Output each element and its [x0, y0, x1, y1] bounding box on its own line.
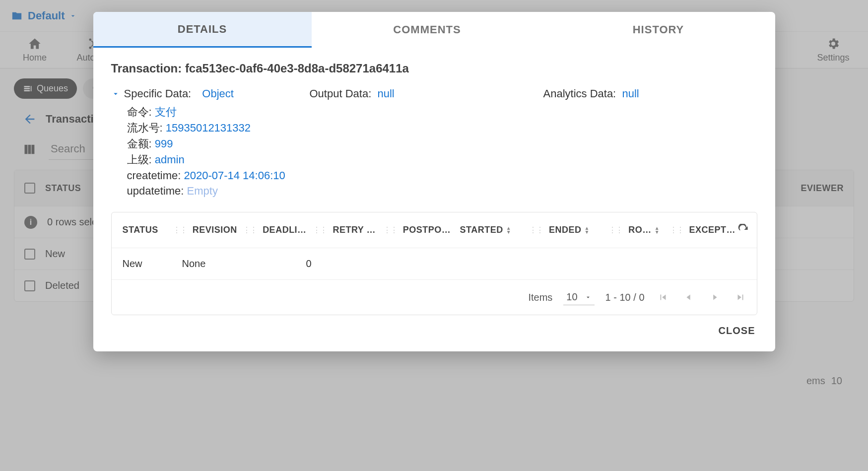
inner-table-row[interactable]: New None 0 — [112, 248, 757, 280]
col-exception[interactable]: EXCEPT… — [685, 225, 737, 235]
col-ended[interactable]: ENDED▲▼ — [545, 225, 606, 235]
inner-table-header: STATUS ⋮⋮ REVISION ⋮⋮ DEADLI… ⋮⋮ RETRY …… — [112, 212, 757, 248]
first-page-button[interactable] — [656, 290, 670, 305]
specific-kv-item: updatetime: Empty — [127, 183, 290, 199]
tab-details[interactable]: DETAILS — [93, 12, 312, 48]
cell-revision: None — [178, 258, 243, 269]
sort-icon: ▲▼ — [655, 226, 660, 234]
modal-overlay[interactable]: DETAILS COMMENTS HISTORY Transaction: fc… — [0, 0, 868, 471]
dialog-body: Transaction: fca513ec-0af6-40e3-8d8a-d58… — [93, 48, 775, 203]
data-columns: Specific Data: Object 命令: 支付流水号: 1593501… — [111, 87, 757, 199]
last-page-button[interactable] — [733, 290, 748, 305]
specific-kv-item: 命令: 支付 — [127, 104, 290, 120]
col-robot[interactable]: RO…▲▼ — [624, 225, 667, 235]
inner-table: STATUS ⋮⋮ REVISION ⋮⋮ DEADLI… ⋮⋮ RETRY …… — [111, 212, 757, 315]
drag-handle-icon[interactable]: ⋮⋮ — [527, 225, 545, 235]
specific-kv-item: 流水号: 15935012131332 — [127, 120, 290, 136]
col-postponed[interactable]: POSTPO… — [399, 225, 456, 235]
col-deadline[interactable]: DEADLI… — [259, 225, 311, 235]
output-data-col: Output Data: null — [310, 87, 524, 199]
col-started[interactable]: STARTED▲▼ — [456, 225, 527, 235]
drag-handle-icon[interactable]: ⋮⋮ — [668, 225, 685, 235]
sort-icon: ▲▼ — [584, 226, 589, 234]
chevron-down-icon — [111, 89, 120, 98]
tab-comments[interactable]: COMMENTS — [312, 12, 543, 48]
items-per-page-select[interactable]: 10 — [563, 289, 594, 305]
specific-kv-item: createtime: 2020-07-14 14:06:10 — [127, 168, 290, 184]
refresh-icon[interactable] — [737, 224, 750, 237]
drag-handle-icon[interactable]: ⋮⋮ — [311, 225, 329, 235]
cell-status: New — [119, 258, 178, 269]
specific-kv-item: 金额: 999 — [127, 136, 290, 152]
col-revision[interactable]: REVISION — [189, 225, 241, 235]
inner-table-footer: Items 10 1 - 10 / 0 — [112, 280, 757, 315]
transaction-title: Transaction: fca513ec-0af6-40e3-8d8a-d58… — [111, 62, 757, 75]
sort-icon: ▲▼ — [506, 226, 511, 234]
close-button[interactable]: CLOSE — [719, 325, 755, 336]
analytics-data-col: Analytics Data: null — [543, 87, 757, 199]
drag-handle-icon[interactable]: ⋮⋮ — [241, 225, 259, 235]
specific-data-col: Specific Data: Object 命令: 支付流水号: 1593501… — [111, 87, 290, 199]
dialog-actions: CLOSE — [93, 315, 775, 351]
tab-history[interactable]: HISTORY — [543, 12, 774, 48]
col-retry[interactable]: RETRY … — [329, 225, 381, 235]
next-page-button[interactable] — [707, 290, 722, 305]
cell-retry: 0 — [302, 258, 362, 269]
drag-handle-icon[interactable]: ⋮⋮ — [606, 225, 624, 235]
col-status[interactable]: STATUS — [119, 225, 171, 235]
specific-data-header[interactable]: Specific Data: Object — [111, 87, 290, 100]
transaction-dialog: DETAILS COMMENTS HISTORY Transaction: fc… — [93, 12, 775, 351]
range-label: 1 - 10 / 0 — [605, 292, 645, 303]
specific-kv-item: 上级: admin — [127, 152, 290, 168]
dialog-tabs: DETAILS COMMENTS HISTORY — [93, 12, 775, 48]
prev-page-button[interactable] — [681, 290, 696, 305]
dropdown-icon — [585, 294, 592, 301]
drag-handle-icon[interactable]: ⋮⋮ — [171, 225, 189, 235]
items-label: Items — [528, 292, 552, 303]
specific-kv-list: 命令: 支付流水号: 15935012131332金额: 999上级: admi… — [127, 104, 290, 199]
drag-handle-icon[interactable]: ⋮⋮ — [381, 225, 399, 235]
